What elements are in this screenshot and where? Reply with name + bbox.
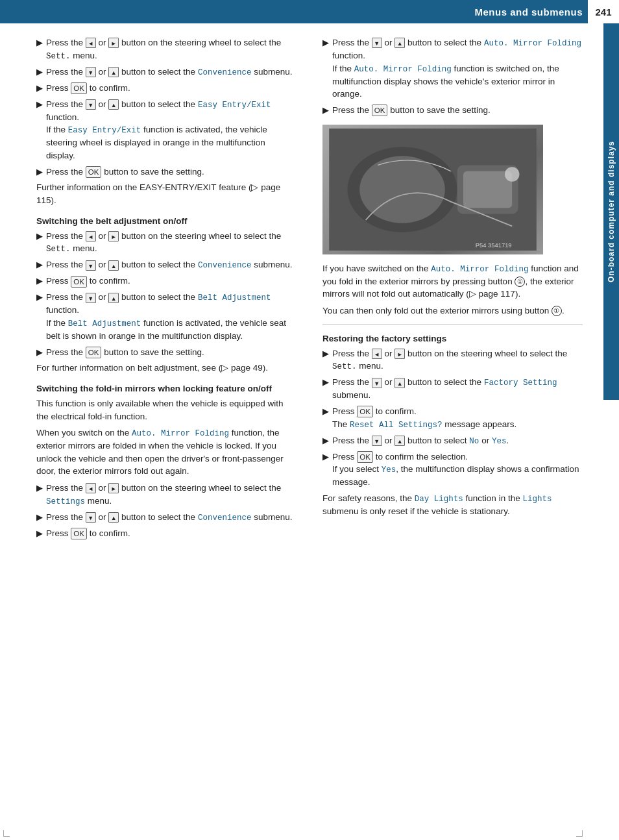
list-item: ▶ Press the ▼ or ▲ button to select the … <box>36 291 297 342</box>
bullet-arrow: ▶ <box>36 482 43 495</box>
list-item: ▶ Press the OK button to save the settin… <box>36 346 297 359</box>
svg-point-5 <box>505 167 520 182</box>
ok-btn: OK <box>357 451 373 463</box>
list-item: ▶ Press the ▼ or ▲ button to select the … <box>322 36 583 101</box>
bullet-arrow: ▶ <box>322 451 329 463</box>
list-item: ▶ Press the ▼ or ▲ button to select No o… <box>322 434 583 447</box>
left-arrow-btn: ◄ <box>86 38 96 48</box>
list-item: ▶ Press OK to confirm.The Reset All Sett… <box>322 405 583 431</box>
up-arrow-btn: ▲ <box>108 260 119 271</box>
bullet-text: Press the ▼ or ▲ button to select the Fa… <box>332 376 583 402</box>
right-arrow-btn: ► <box>108 483 119 493</box>
right-arrow-btn: ► <box>108 38 119 48</box>
bullet-arrow: ▶ <box>36 66 43 79</box>
list-item: ▶ Press the ◄ or ► button on the steerin… <box>36 36 297 62</box>
side-tab-label: On-board computer and displays <box>607 141 616 282</box>
bullet-arrow: ▶ <box>36 82 43 95</box>
down-arrow-btn: ▼ <box>86 260 96 271</box>
bullet-text: Press the ▼ or ▲ button to select the Be… <box>46 291 297 342</box>
list-item: ▶ Press OK to confirm. <box>36 82 297 95</box>
para-mirror-info-2: You can then only fold out the exterior … <box>322 304 583 317</box>
bullet-arrow: ▶ <box>322 37 329 49</box>
header-title: Menus and submenus <box>474 6 583 18</box>
section-heading-factory: Restoring the factory settings <box>322 334 583 343</box>
bullet-arrow: ▶ <box>322 377 329 389</box>
bullet-arrow: ▶ <box>36 512 43 524</box>
list-item: ▶ Press the ◄ or ► button on the steerin… <box>36 230 297 256</box>
bullet-text: Press OK to confirm. <box>46 82 297 95</box>
list-item: ▶ Press the OK button to save the settin… <box>322 104 583 117</box>
list-item: ▶ Press OK to confirm the selection.If y… <box>322 451 583 489</box>
bullet-text: Press OK to confirm. <box>46 527 297 540</box>
bullet-arrow: ▶ <box>36 230 43 243</box>
up-arrow-btn: ▲ <box>394 378 405 388</box>
bullet-text: Press OK to confirm.The Reset All Settin… <box>332 405 583 431</box>
up-arrow-btn: ▲ <box>394 38 405 48</box>
down-arrow-btn: ▼ <box>86 293 96 303</box>
bullet-arrow: ▶ <box>36 291 43 304</box>
ok-btn: OK <box>71 528 87 539</box>
side-tab: On-board computer and displays <box>603 23 619 400</box>
list-item: ▶ Press the OK button to save the settin… <box>36 166 297 179</box>
ok-btn: OK <box>357 406 373 417</box>
left-arrow-btn: ◄ <box>86 231 96 241</box>
mirror-image: P54 3541719 <box>322 125 543 254</box>
bullet-arrow: ▶ <box>36 275 43 288</box>
ok-btn: OK <box>86 166 102 178</box>
right-arrow-btn: ► <box>394 349 405 359</box>
up-arrow-btn: ▲ <box>108 67 119 77</box>
list-item: ▶ Press the ◄ or ► button on the steerin… <box>322 347 583 373</box>
list-item: ▶ Press the ▼ or ▲ button to select the … <box>322 376 583 402</box>
bullet-arrow: ▶ <box>322 348 329 360</box>
note-factory: For safety reasons, the Day Lights funct… <box>322 492 583 518</box>
list-item: ▶ Press the ▼ or ▲ button to select the … <box>36 511 297 524</box>
section-heading-belt: Switching the belt adjustment on/off <box>36 216 297 226</box>
bullet-text: Press the ▼ or ▲ button to select the Ea… <box>46 98 297 162</box>
main-content: ▶ Press the ◄ or ► button on the steerin… <box>0 23 619 556</box>
bullet-text: Press OK to confirm the selection.If you… <box>332 451 583 489</box>
list-item: ▶ Press the ▼ or ▲ button to select the … <box>36 98 297 162</box>
bullet-text: Press the ▼ or ▲ button to select the Au… <box>332 36 583 101</box>
bullet-arrow: ▶ <box>36 166 43 179</box>
note-easy-entry: Further information on the EASY-ENTRY/EX… <box>36 181 297 206</box>
circle-num-2: ① <box>552 306 562 316</box>
ok-btn: OK <box>372 105 388 116</box>
down-arrow-btn: ▼ <box>372 378 382 388</box>
bullet-arrow: ▶ <box>322 406 329 418</box>
svg-text:P54 3541719: P54 3541719 <box>476 241 512 249</box>
bullet-text: Press the ◄ or ► button on the steering … <box>332 347 583 373</box>
bullet-text: Press the ◄ or ► button on the steering … <box>46 482 297 508</box>
bullet-arrow: ▶ <box>36 528 43 540</box>
left-arrow-btn: ◄ <box>372 349 382 359</box>
down-arrow-btn: ▼ <box>372 38 382 48</box>
down-arrow-btn: ▼ <box>372 436 382 446</box>
bullet-text: Press the ◄ or ► button on the steering … <box>46 36 297 62</box>
svg-rect-4 <box>463 171 512 208</box>
up-arrow-btn: ▲ <box>108 99 119 110</box>
up-arrow-btn: ▲ <box>394 436 405 446</box>
para-mirror-info-1: If you have switched on the Auto. Mirror… <box>322 262 583 301</box>
corner-mark-br <box>576 830 583 837</box>
bullet-text: Press the ▼ or ▲ button to select the Co… <box>46 511 297 524</box>
bullet-text: Press the OK button to save the setting. <box>46 166 297 179</box>
corner-mark-bl <box>3 830 10 837</box>
down-arrow-btn: ▼ <box>86 99 96 110</box>
page-number: 241 <box>595 6 611 18</box>
page-number-box: 241 <box>588 0 619 23</box>
bullet-text: Press the ▼ or ▲ button to select the Co… <box>46 66 297 79</box>
ok-btn: OK <box>71 82 87 94</box>
list-item: ▶ Press the ▼ or ▲ button to select the … <box>36 258 297 271</box>
ok-btn: OK <box>86 347 102 358</box>
right-arrow-btn: ► <box>108 231 119 241</box>
list-item: ▶ Press the ▼ or ▲ button to select the … <box>36 66 297 79</box>
down-arrow-btn: ▼ <box>86 512 96 523</box>
ok-btn: OK <box>71 276 87 288</box>
list-item: ▶ Press the ◄ or ► button on the steerin… <box>36 482 297 508</box>
bullet-text: Press the OK button to save the setting. <box>332 104 583 117</box>
right-column: ▶ Press the ▼ or ▲ button to select the … <box>317 36 583 543</box>
bullet-text: Press the ▼ or ▲ button to select the Co… <box>46 258 297 271</box>
down-arrow-btn: ▼ <box>86 67 96 77</box>
para-mirrors-2: When you switch on the Auto. Mirror Fold… <box>36 426 297 478</box>
mirror-image-svg: P54 3541719 <box>326 129 539 251</box>
bullet-text: Press the ◄ or ► button on the steering … <box>46 230 297 256</box>
